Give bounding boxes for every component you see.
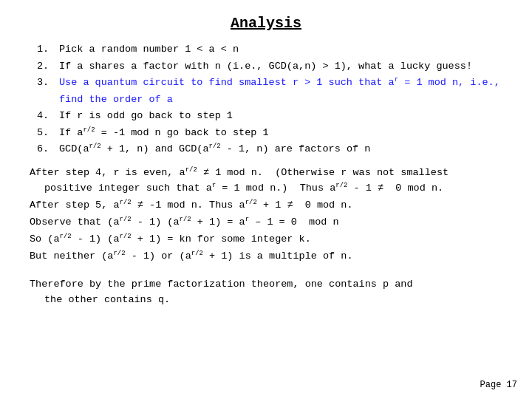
list-number: 2. [37,59,59,74]
list-item: 4. If r is odd go back to step 1 [37,109,502,123]
list-number: 5. [37,126,59,140]
list-item: 6. GCD(ar/2 + 1, n) and GCD(ar/2 - 1, n)… [37,142,502,157]
list-text: If ar/2 = -1 mod n go back to step 1 [59,126,502,140]
numbered-list: 1. Pick a random number 1 < a < n 2. If … [37,42,502,157]
list-text: Use a quantum circuit to find smallest r… [59,75,502,90]
list-text: GCD(ar/2 + 1, n) and GCD(ar/2 - 1, n) ar… [59,142,502,157]
list-number: 3. [37,75,59,90]
list-item: 2. If a shares a factor with n (i.e., GC… [37,59,502,74]
page-number: Page 17 [480,380,517,390]
conclusion-paragraph: Therefore by the prime factorization the… [30,277,502,308]
page: Analysis 1. Pick a random number 1 < a <… [0,0,532,399]
body-text: After step 4, r is even, ar/2 ≠ 1 mod n.… [30,166,502,265]
list-continuation: find the order of a [59,92,502,107]
body-paragraph: After step 4, r is even, ar/2 ≠ 1 mod n.… [30,166,502,197]
body-paragraph: So (ar/2 - 1) (ar/2 + 1) = kn for some i… [30,232,502,248]
list-item: 3. Use a quantum circuit to find smalles… [37,75,502,90]
list-item: 1. Pick a random number 1 < a < n [37,42,502,57]
conclusion-text: Therefore by the prime factorization the… [30,277,502,308]
body-paragraph: But neither (ar/2 - 1) or (ar/2 + 1) is … [30,249,502,265]
list-text: Pick a random number 1 < a < n [59,42,502,57]
list-item: 5. If ar/2 = -1 mod n go back to step 1 [37,126,502,140]
list-number: 4. [37,109,59,123]
page-title: Analysis [30,15,502,32]
list-number: 6. [37,142,59,157]
body-paragraph: Observe that (ar/2 - 1) (ar/2 + 1) = ar … [30,215,502,231]
list-text: If a shares a factor with n (i.e., GCD(a… [59,59,502,74]
body-paragraph: After step 5, ar/2 ≠ -1 mod n. Thus ar/2… [30,198,502,214]
list-text: If r is odd go back to step 1 [59,109,502,123]
list-number: 1. [37,42,59,57]
